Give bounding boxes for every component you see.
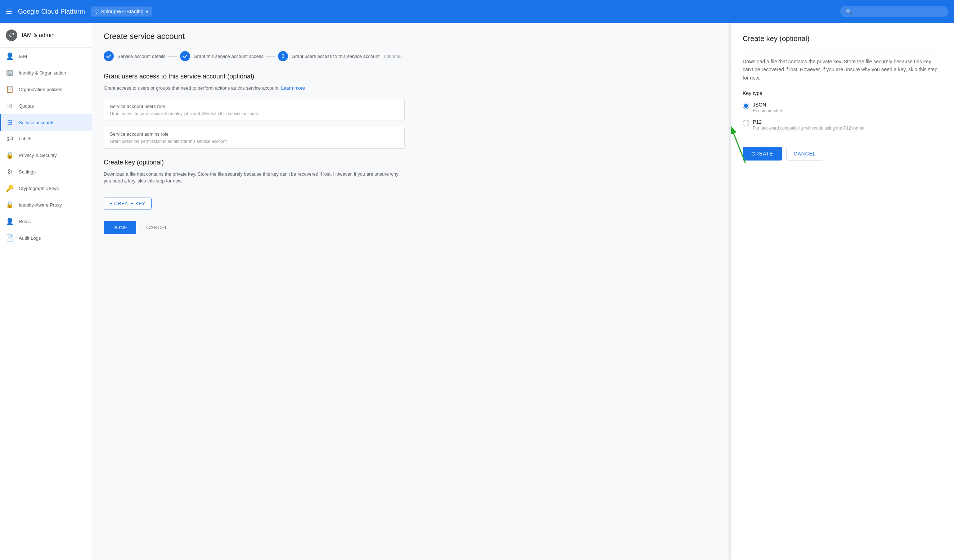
grant-section-desc: Grant access to users or groups that nee…: [104, 85, 405, 92]
sidebar-item-audit-logs[interactable]: 📄 Audit Logs: [0, 230, 92, 246]
sidebar-item-label: Cryptographic keys: [19, 186, 59, 191]
sidebar-item-label: Identity-Aware Proxy: [19, 202, 62, 208]
json-option: JSON Recommended: [743, 102, 943, 114]
learn-more-link[interactable]: Learn more: [281, 85, 305, 91]
sidebar: 🛡 IAM & admin 👤 IAM 🏢 Identity & Organiz…: [0, 23, 92, 560]
sidebar-header: 🛡 IAM & admin: [0, 23, 92, 48]
step-divider-2: [267, 56, 275, 56]
cancel-button[interactable]: CANCEL: [786, 147, 824, 160]
sidebar-item-label: Settings: [19, 169, 36, 174]
field-label-admins-role: Service account admins role: [110, 131, 399, 137]
sidebar-item-settings[interactable]: ⚙ Settings: [0, 163, 92, 180]
sidebar-item-identity-proxy[interactable]: 🔒 Identity-Aware Proxy: [0, 196, 92, 213]
panel-actions: CREATE CANCEL: [743, 147, 943, 160]
json-radio[interactable]: [743, 103, 749, 109]
p12-label: P12: [753, 119, 864, 125]
sidebar-item-label: Service accounts: [19, 120, 55, 125]
content-area: Create service account Service account d…: [92, 23, 954, 560]
sidebar-header-icon: 🛡: [6, 30, 17, 41]
create-key-section: Create key (optional) Download a file th…: [104, 159, 405, 210]
step-3: 3 Grant users access to this service acc…: [278, 51, 402, 61]
org-policies-icon: 📋: [6, 85, 14, 93]
panel-desc: Download a file that contains the privat…: [743, 58, 943, 82]
menu-icon[interactable]: ☰: [6, 7, 12, 16]
cancel-main-button[interactable]: CANCEL: [140, 221, 173, 234]
sidebar-item-privacy-security[interactable]: 🔒 Privacy & Security: [0, 147, 92, 163]
settings-icon: ⚙: [6, 168, 14, 176]
panel-divider-2: [743, 138, 943, 138]
iam-icon: 👤: [6, 52, 14, 60]
create-button[interactable]: CREATE: [743, 147, 782, 160]
sidebar-item-label: Quotas: [19, 103, 34, 109]
field-label-users-role: Service account users role: [110, 104, 399, 109]
step-1-circle: [104, 51, 114, 61]
topbar: ☰ Google Cloud Platform ⬡ SpinupWP-Stagi…: [0, 0, 954, 23]
labels-icon: 🏷: [6, 135, 14, 143]
quotas-icon: ⊞: [6, 102, 14, 110]
main-layout: 🛡 IAM & admin 👤 IAM 🏢 Identity & Organiz…: [0, 23, 954, 560]
sidebar-item-label: IAM: [19, 54, 27, 59]
sidebar-item-label: Roles: [19, 219, 31, 224]
create-key-title: Create key (optional): [104, 159, 405, 166]
panel-divider: [743, 50, 943, 50]
sidebar-item-roles[interactable]: 👤 Roles: [0, 213, 92, 230]
app-title: Google Cloud Platform: [18, 8, 85, 16]
sidebar-item-org-policies[interactable]: 📋 Organization policies: [0, 81, 92, 98]
json-label: JSON: [753, 102, 782, 107]
service-account-admins-role-field[interactable]: Service account admins role Grant users …: [104, 127, 405, 149]
sidebar-item-label: Labels: [19, 136, 33, 142]
sidebar-item-label: Organization policies: [19, 87, 62, 92]
service-account-users-role-field[interactable]: Service account users role Grant users t…: [104, 99, 405, 121]
roles-icon: 👤: [6, 217, 14, 225]
p12-option: P12 For backward compatibility with code…: [743, 119, 943, 131]
step-2-circle: [180, 51, 190, 61]
create-key-panel: Create key (optional) Download a file th…: [731, 23, 954, 560]
sidebar-title: IAM & admin: [22, 32, 55, 39]
search-bar[interactable]: 🔍: [840, 6, 948, 17]
field-desc-admins-role: Grant users the permission to administer…: [110, 139, 399, 144]
grant-section-title: Grant users access to this service accou…: [104, 73, 405, 80]
step-1-label: Service account details: [117, 54, 165, 59]
service-accounts-icon: ⊟: [6, 118, 14, 126]
sidebar-item-crypto-keys[interactable]: 🔑 Cryptographic keys: [0, 180, 92, 196]
page-content: Create service account Service account d…: [92, 23, 416, 243]
done-button[interactable]: DONE: [104, 221, 136, 234]
grant-users-section: Grant users access to this service accou…: [104, 73, 405, 149]
step-1: Service account details: [104, 51, 165, 61]
field-desc-users-role: Grant users the permissions to deploy jo…: [110, 111, 399, 116]
sidebar-item-label: Audit Logs: [19, 235, 41, 241]
sidebar-item-quotas[interactable]: ⊞ Quotas: [0, 98, 92, 114]
search-icon: 🔍: [846, 9, 852, 14]
step-2-label: Grant this service account access: [194, 54, 263, 59]
p12-sublabel: For backward compatibility with code usi…: [753, 126, 864, 131]
crypto-keys-icon: 🔑: [6, 184, 14, 192]
stepper: Service account details Grant this servi…: [104, 51, 405, 61]
privacy-icon: 🔒: [6, 151, 14, 159]
audit-logs-icon: 📄: [6, 234, 14, 242]
panel-title: Create key (optional): [743, 34, 943, 43]
dropdown-icon: ▾: [146, 9, 148, 14]
step-divider-1: [168, 56, 177, 56]
bottom-actions: DONE CANCEL: [104, 221, 405, 234]
identity-org-icon: 🏢: [6, 69, 14, 77]
step-2: Grant this service account access: [180, 51, 263, 61]
key-type-label: Key type: [743, 90, 943, 96]
sidebar-item-identity-org[interactable]: 🏢 Identity & Organization: [0, 64, 92, 81]
sidebar-item-label: Identity & Organization: [19, 70, 66, 76]
project-selector[interactable]: ⬡ SpinupWP-Staging ▾: [91, 6, 151, 17]
step-3-label: Grant users access to this service accou…: [292, 54, 402, 59]
sidebar-item-service-accounts[interactable]: ⊟ Service accounts: [0, 114, 92, 131]
create-key-button[interactable]: + CREATE KEY: [104, 198, 151, 210]
sidebar-item-label: Privacy & Security: [19, 152, 56, 158]
step-3-circle: 3: [278, 51, 288, 61]
project-icon: ⬡: [94, 9, 99, 14]
identity-proxy-icon: 🔒: [6, 201, 14, 209]
sidebar-item-labels[interactable]: 🏷 Labels: [0, 131, 92, 147]
project-name: SpinupWP-Staging: [101, 9, 143, 14]
page-title: Create service account: [104, 32, 405, 41]
json-sublabel: Recommended: [753, 108, 782, 114]
sidebar-item-iam[interactable]: 👤 IAM: [0, 48, 92, 64]
create-key-desc: Download a file that contains the privat…: [104, 171, 405, 185]
p12-radio[interactable]: [743, 120, 749, 126]
